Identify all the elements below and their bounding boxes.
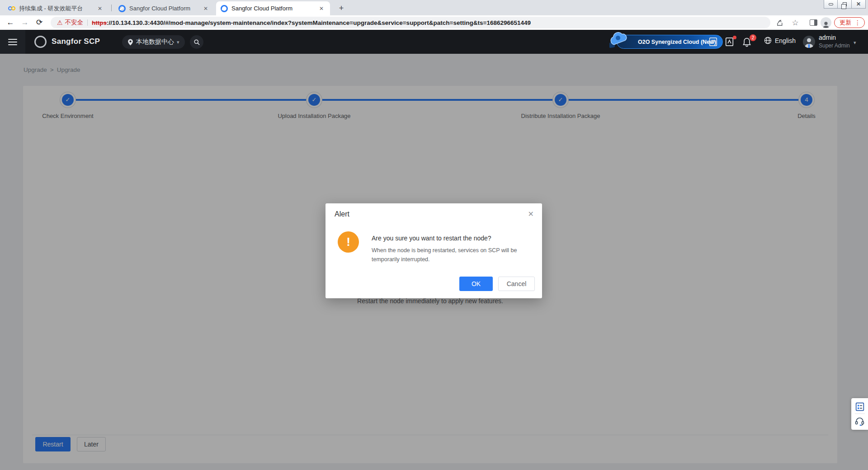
close-icon: ✕	[856, 1, 861, 7]
ci-infinity-favicon	[8, 6, 15, 11]
chevron-down-icon: ▾	[177, 39, 179, 45]
language-label: English	[775, 37, 796, 44]
location-pin-icon	[127, 39, 133, 46]
sangfor-favicon	[221, 5, 228, 12]
window-close-button[interactable]: ✕	[852, 0, 866, 9]
dialog-question: Are you sure you want to restart the nod…	[372, 235, 491, 242]
globe-icon	[764, 37, 772, 44]
omnibox-divider	[87, 19, 88, 26]
language-selector[interactable]: English	[764, 37, 796, 44]
restore-icon	[843, 2, 847, 6]
datacenter-selector[interactable]: 本地数据中心 ▾	[122, 35, 185, 49]
chrome-update-menu-button[interactable]: 更新 ⋮	[834, 17, 865, 28]
dialog-description: When the node is being restarted, servic…	[372, 246, 521, 264]
back-button[interactable]: ←	[5, 17, 16, 28]
o2o-badge-label: O2O Synergized Cloud (New)	[638, 39, 716, 45]
tab-close-icon[interactable]: ✕	[96, 5, 104, 13]
user-name: admin	[819, 33, 850, 42]
notification-bell-icon[interactable]: 2	[742, 37, 752, 47]
license-document-icon[interactable]	[725, 37, 735, 47]
dialog-close-icon[interactable]: ✕	[528, 210, 534, 218]
tab-close-icon[interactable]: ✕	[317, 5, 326, 13]
browser-tab-strip: 持续集成 - 研发效能平台 ✕ Sangfor Cloud Platform ✕…	[0, 0, 868, 15]
user-menu-caret-icon[interactable]: ▾	[854, 40, 856, 46]
window-minimize-button[interactable]	[824, 0, 838, 9]
alert-dialog: Alert ✕ ! Are you sure you want to resta…	[326, 203, 542, 298]
warning-exclamation-icon: !	[338, 231, 359, 253]
url-rest: ://10.134.130.3:4430/#/mod-manage/system…	[107, 19, 531, 26]
tab-separator	[111, 5, 112, 11]
browser-tab-scp-1[interactable]: Sangfor Cloud Platform ✕	[114, 1, 214, 15]
tab-title: Sangfor Cloud Platform	[129, 5, 198, 12]
o2o-cloud-badge[interactable]: O2O Synergized Cloud (New)	[617, 35, 723, 49]
header-search-button[interactable]	[190, 35, 203, 49]
page-content: Upgrade>Upgrade ✓ ✓ ✓ 4 Check Environmen…	[0, 54, 868, 470]
browser-tab-ci[interactable]: 持续集成 - 研发效能平台 ✕	[4, 1, 108, 15]
tab-title: Sangfor Cloud Platform	[231, 5, 314, 12]
datacenter-label: 本地数据中心	[136, 38, 174, 46]
window-controls: ✕	[824, 0, 866, 9]
browser-toolbar: ← → ⟳ ⚠ 不安全 https://10.134.130.3:4430/#/…	[0, 15, 868, 30]
app-header: Sangfor SCP 本地数据中心 ▾ O2O Synergized Clou…	[0, 30, 868, 54]
side-panel-icon[interactable]	[808, 18, 818, 28]
cancel-button[interactable]: Cancel	[498, 277, 535, 291]
user-role: Super Admin	[819, 42, 850, 49]
cloud-3d-illustration	[607, 32, 627, 51]
hamburger-icon	[8, 37, 17, 47]
notification-count-badge: 2	[750, 34, 756, 41]
support-headset-icon[interactable]	[855, 417, 864, 426]
browser-tab-scp-2-active[interactable]: Sangfor Cloud Platform ✕	[216, 1, 330, 15]
ok-button[interactable]: OK	[459, 277, 493, 291]
dialog-title: Alert	[335, 210, 349, 218]
url-text: https://10.134.130.3:4430/#/mod-manage/s…	[92, 19, 531, 26]
task-list-icon[interactable]	[709, 37, 719, 47]
search-icon	[193, 39, 200, 46]
address-bar[interactable]: ⚠ 不安全 https://10.134.130.3:4430/#/mod-ma…	[51, 17, 770, 28]
not-secure-label[interactable]: 不安全	[65, 19, 84, 27]
floating-support-widget	[851, 398, 868, 430]
tab-title: 持续集成 - 研发效能平台	[19, 5, 92, 13]
menu-dots-icon: ⋮	[854, 19, 861, 26]
new-tab-button[interactable]: +	[335, 3, 347, 14]
widget-divider	[855, 414, 865, 414]
bookmark-star-icon[interactable]: ☆	[790, 18, 800, 28]
brand-name: Sangfor SCP	[52, 37, 100, 46]
share-icon[interactable]	[775, 18, 785, 28]
sangfor-logo	[34, 36, 47, 48]
user-avatar[interactable]	[803, 36, 815, 48]
tab-close-icon[interactable]: ✕	[202, 5, 210, 13]
security-warning-icon: ⚠	[57, 19, 63, 26]
forward-button[interactable]: →	[19, 17, 31, 28]
update-label: 更新	[840, 19, 851, 27]
url-scheme: https	[92, 19, 107, 26]
notification-dot	[733, 36, 736, 39]
reload-button[interactable]: ⟳	[33, 17, 45, 28]
sangfor-favicon	[118, 5, 126, 12]
browser-profile-avatar[interactable]	[821, 17, 831, 28]
window-restore-button[interactable]	[838, 0, 852, 9]
feedback-form-icon[interactable]	[855, 402, 864, 411]
user-info[interactable]: admin Super Admin	[819, 33, 850, 49]
minimize-icon	[829, 3, 833, 5]
sidebar-menu-button[interactable]	[0, 30, 25, 54]
dialog-footer: OK Cancel	[459, 277, 535, 291]
